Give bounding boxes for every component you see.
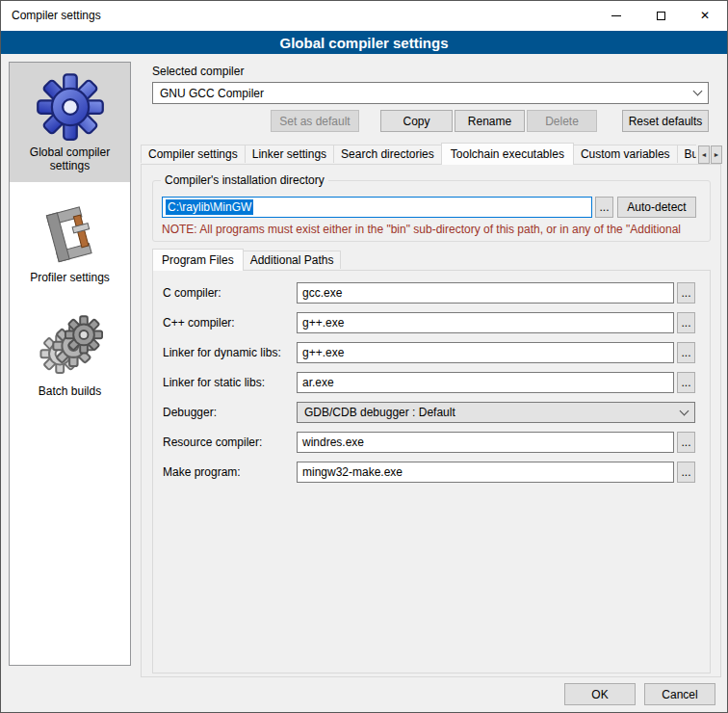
installation-directory-value: C:\raylib\MinGW: [166, 199, 253, 215]
debugger-label: Debugger:: [163, 406, 297, 419]
debugger-dropdown[interactable]: GDB/CDB debugger : Default: [297, 402, 695, 423]
program-files-page: C compiler: gcc.exe ... C++ compiler: g+…: [152, 270, 711, 673]
browse-directory-button[interactable]: ...: [595, 197, 613, 218]
make-program-value: mingw32-make.exe: [302, 465, 403, 479]
blue-gear-icon: [36, 72, 105, 142]
compiler-actions: Set as default Copy Rename Delete Reset …: [152, 110, 709, 132]
c-compiler-browse-button[interactable]: ...: [677, 282, 695, 304]
resource-compiler-input[interactable]: windres.exe: [297, 432, 674, 453]
tab-search-directories[interactable]: Search directories: [333, 145, 442, 163]
field-row-cpp-compiler: C++ compiler: g++.exe ...: [163, 312, 695, 333]
cpp-compiler-value: g++.exe: [302, 316, 344, 330]
installation-directory-group-title: Compiler's installation directory: [161, 173, 328, 187]
c-compiler-value: gcc.exe: [302, 286, 342, 300]
tab-scroll-buttons: ◄ ►: [697, 145, 722, 164]
toolchain-executables-page: Compiler's installation directory C:\ray…: [141, 164, 721, 677]
dynamic-linker-browse-button[interactable]: ...: [677, 342, 695, 363]
tab-additional-paths[interactable]: Additional Paths: [243, 251, 342, 269]
resource-compiler-browse-button[interactable]: ...: [677, 432, 695, 453]
c-compiler-label: C compiler:: [163, 286, 297, 300]
tab-scroll-left-button[interactable]: ◄: [698, 145, 710, 164]
tab-scroll-right-button[interactable]: ►: [711, 145, 722, 164]
settings-category-list: Global compiler settings Profiler settin…: [9, 62, 131, 666]
make-program-browse-button[interactable]: ...: [677, 462, 695, 483]
close-button[interactable]: ✕: [683, 1, 727, 30]
field-row-dynamic-linker: Linker for dynamic libs: g++.exe ...: [163, 342, 695, 363]
field-row-make-program: Make program: mingw32-make.exe ...: [163, 462, 695, 483]
make-program-label: Make program:: [163, 465, 297, 479]
tab-linker-settings[interactable]: Linker settings: [245, 145, 334, 163]
cpp-compiler-browse-button[interactable]: ...: [677, 312, 695, 333]
installation-directory-group: Compiler's installation directory C:\ray…: [152, 180, 711, 242]
chevron-down-icon: [693, 87, 703, 96]
installation-note: NOTE: All programs must exist either in …: [162, 223, 696, 236]
auto-detect-button[interactable]: Auto-detect: [617, 197, 696, 218]
delete-button: Delete: [527, 110, 597, 132]
tab-custom-variables[interactable]: Custom variables: [573, 145, 678, 163]
titlebar[interactable]: Compiler settings ✕: [1, 1, 727, 31]
field-row-debugger: Debugger: GDB/CDB debugger : Default: [163, 402, 695, 423]
sidebar-item-label: Profiler settings: [12, 271, 128, 284]
reset-defaults-button[interactable]: Reset defaults: [622, 110, 709, 132]
dialog-header: Global compiler settings: [1, 31, 727, 54]
debugger-value: GDB/CDB debugger : Default: [304, 406, 455, 419]
selected-compiler-dropdown[interactable]: GNU GCC Compiler: [152, 82, 709, 104]
program-tabstrip: Program Files Additional Paths: [152, 250, 341, 271]
close-icon: ✕: [700, 10, 710, 21]
copy-button[interactable]: Copy: [380, 110, 453, 132]
minimize-button[interactable]: [594, 1, 638, 30]
right-arrow-icon: ►: [714, 151, 720, 158]
tab-compiler-settings[interactable]: Compiler settings: [141, 145, 246, 163]
maximize-button[interactable]: [638, 1, 683, 30]
sidebar-item-label: Global compiler settings: [12, 145, 128, 172]
maximize-icon: [657, 12, 665, 20]
c-compiler-input[interactable]: gcc.exe: [297, 282, 674, 304]
gray-gears-icon: [38, 315, 103, 381]
sidebar-item-profiler-settings[interactable]: Profiler settings: [10, 194, 130, 294]
compiler-settings-dialog: Compiler settings ✕ Global compiler sett…: [0, 0, 728, 713]
dynamic-linker-label: Linker for dynamic libs:: [163, 346, 297, 359]
resource-compiler-label: Resource compiler:: [163, 436, 297, 449]
minimize-icon: [611, 15, 621, 16]
cpp-compiler-label: C++ compiler:: [163, 316, 297, 330]
selected-compiler-label: Selected compiler: [152, 65, 244, 78]
cpp-compiler-input[interactable]: g++.exe: [297, 312, 674, 333]
program-fields: C compiler: gcc.exe ... C++ compiler: g+…: [153, 271, 710, 483]
sidebar-item-batch-builds[interactable]: Batch builds: [10, 305, 130, 408]
static-linker-input[interactable]: ar.exe: [297, 372, 674, 393]
left-arrow-icon: ◄: [701, 151, 708, 158]
cancel-button[interactable]: Cancel: [644, 683, 715, 705]
page-title: Global compiler settings: [279, 35, 448, 51]
field-row-resource-compiler: Resource compiler: windres.exe ...: [163, 432, 695, 453]
resource-compiler-value: windres.exe: [302, 436, 364, 449]
static-linker-value: ar.exe: [302, 376, 334, 389]
dynamic-linker-input[interactable]: g++.exe: [297, 342, 674, 363]
set-as-default-button: Set as default: [271, 110, 359, 132]
chevron-down-icon: [680, 406, 689, 415]
ok-button[interactable]: OK: [564, 683, 636, 705]
tab-program-files[interactable]: Program Files: [152, 249, 244, 271]
make-program-input[interactable]: mingw32-make.exe: [297, 462, 674, 483]
selected-compiler-value: GNU GCC Compiler: [160, 87, 264, 100]
installation-directory-input[interactable]: C:\raylib\MinGW: [162, 197, 592, 218]
field-row-static-linker: Linker for static libs: ar.exe ...: [163, 372, 695, 393]
sidebar-item-global-compiler-settings[interactable]: Global compiler settings: [10, 63, 130, 182]
clamp-tool-icon: [39, 203, 102, 267]
static-linker-browse-button[interactable]: ...: [677, 372, 695, 393]
settings-tabstrip: Compiler settings Linker settings Search…: [141, 143, 696, 165]
tab-toolchain-executables[interactable]: Toolchain executables: [441, 143, 574, 165]
tab-build-options[interactable]: Build options: [677, 145, 696, 163]
static-linker-label: Linker for static libs:: [163, 376, 297, 389]
dynamic-linker-value: g++.exe: [302, 346, 344, 359]
installation-directory-row: C:\raylib\MinGW ... Auto-detect: [162, 197, 696, 218]
field-row-c-compiler: C compiler: gcc.exe ...: [163, 282, 695, 304]
window-controls: ✕: [594, 1, 727, 30]
window-title: Compiler settings: [12, 9, 101, 22]
sidebar-item-label: Batch builds: [12, 384, 128, 398]
rename-button[interactable]: Rename: [455, 110, 525, 132]
